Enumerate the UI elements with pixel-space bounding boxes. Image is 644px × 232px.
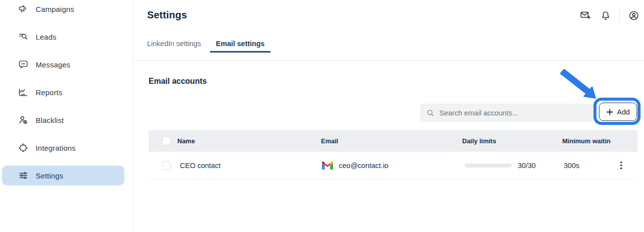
settings-tabs: LinkedIn settings Email settings <box>141 38 270 53</box>
chat-bubble-icon <box>18 59 29 70</box>
puzzle-icon <box>18 142 29 153</box>
sidebar-item-label: Leads <box>36 33 56 41</box>
notifications-bell-icon[interactable] <box>599 9 612 22</box>
table-row: CEO contact ceo@contact.io 30/30 300s <box>149 152 638 179</box>
page-header: Settings LinkedIn settings Email setting… <box>133 0 644 61</box>
column-header-email: Email <box>321 137 338 145</box>
sidebar-item-label: Integrations <box>36 144 76 152</box>
user-blocked-icon <box>18 115 29 125</box>
column-header-daily-limits: Daily limits <box>462 137 496 145</box>
add-button[interactable]: Add <box>599 103 637 121</box>
sidebar-item-label: Settings <box>36 172 63 180</box>
sliders-icon <box>18 170 29 181</box>
minimum-waiting-value: 300s <box>564 162 579 170</box>
table-header-row: Name Email Daily limits Minimum waiting <box>149 130 638 152</box>
account-name: CEO contact <box>180 162 220 170</box>
profile-icon[interactable] <box>627 9 640 22</box>
page-title: Settings <box>147 9 187 21</box>
compose-email-icon[interactable] <box>579 9 591 22</box>
topbar-actions <box>571 8 640 23</box>
account-email-cell: ceo@contact.io <box>322 161 388 170</box>
app-window: Campaigns Leads Messages Reports <box>0 0 644 232</box>
sidebar-item-settings[interactable]: Settings <box>2 166 124 185</box>
sidebar-item-blacklist[interactable]: Blacklist <box>2 110 124 130</box>
sidebar-item-messages[interactable]: Messages <box>2 55 124 74</box>
select-all-checkbox[interactable] <box>162 136 171 145</box>
section-title: Email accounts <box>149 77 207 86</box>
sidebar-item-integrations[interactable]: Integrations <box>2 138 124 158</box>
plus-icon <box>606 109 613 116</box>
leads-search-icon <box>18 31 29 42</box>
sidebar-item-label: Reports <box>36 88 62 97</box>
sidebar-item-label: Campaigns <box>36 5 74 13</box>
gmail-icon <box>322 161 333 170</box>
sidebar: Campaigns Leads Messages Reports <box>0 0 133 232</box>
search-input[interactable] <box>439 109 593 117</box>
tab-email-settings[interactable]: Email settings <box>210 38 270 53</box>
megaphone-icon <box>18 3 29 14</box>
daily-limit-progress-bar <box>465 164 512 168</box>
search-email-accounts <box>420 104 593 122</box>
annotation-arrow <box>555 66 602 103</box>
email-settings-panel: Email accounts Add Name Email Daily limi… <box>133 61 644 232</box>
account-email: ceo@contact.io <box>339 162 388 170</box>
add-button-label: Add <box>617 108 630 116</box>
sidebar-item-campaigns[interactable]: Campaigns <box>2 0 124 19</box>
chart-icon <box>18 87 29 98</box>
search-icon <box>426 109 435 117</box>
sidebar-item-leads[interactable]: Leads <box>2 27 124 47</box>
tab-linkedin-settings[interactable]: LinkedIn settings <box>141 38 207 53</box>
row-actions-menu-icon[interactable] <box>616 160 627 171</box>
sidebar-item-reports[interactable]: Reports <box>2 82 124 102</box>
column-header-name: Name <box>177 137 195 145</box>
topbar-divider <box>619 8 620 22</box>
row-checkbox[interactable] <box>162 161 171 170</box>
sidebar-item-label: Messages <box>36 60 70 69</box>
email-accounts-table: Name Email Daily limits Minimum waiting … <box>149 130 638 179</box>
sidebar-item-label: Blacklist <box>36 116 64 124</box>
daily-limit-value: 30/30 <box>518 162 536 170</box>
column-header-minimum-waiting: Minimum waiting <box>562 137 611 145</box>
